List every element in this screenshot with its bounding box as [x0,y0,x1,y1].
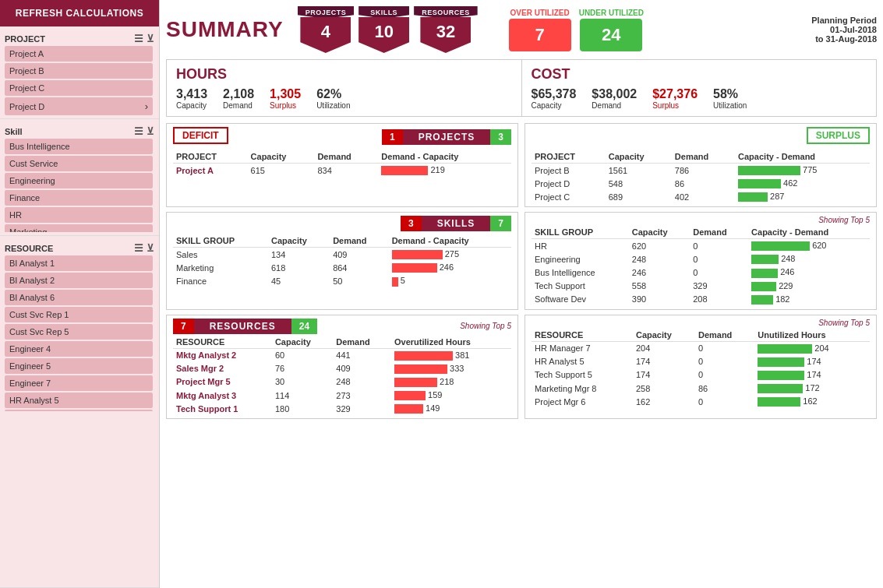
project-filter-icon[interactable]: ☰ [134,33,143,44]
resource-funnel-icon[interactable]: ⊻ [147,242,154,254]
project-funnel-icon[interactable]: ⊻ [147,33,154,44]
skill-demand: 0 [690,239,748,253]
skills-middle-badge: SKILLS [422,216,491,231]
hours-capacity-label: Capacity [176,101,207,110]
project-list: Project A Project B Project C Project D [5,46,154,115]
sidebar-item-engineer-5[interactable]: Engineer 5 [5,358,153,374]
sidebar-item-engineer-7[interactable]: Engineer 7 [5,375,153,391]
skill-capacity: 620 [629,239,690,253]
sidebar: REFRESH CALCULATIONS PROJECT ☰ ⊻ Project… [0,0,160,588]
resources-pentagon: RESOURCES 32 [414,6,478,53]
hours-utilization-value: 62% [316,87,341,101]
sidebar-item-hr[interactable]: HR [5,207,153,223]
col-capacity: Capacity [606,150,672,164]
resource-name[interactable]: Mktg Analyst 2 [173,348,272,362]
over-utilized-wrap: OVER UTILIZED 7 [509,9,571,51]
project-demand: 86 [672,177,735,190]
resource-demand: 329 [333,402,391,415]
skills-count-badges: 3 SKILLS 7 [173,216,511,231]
sidebar-item-bus-intelligence[interactable]: Bus Intelligence [5,139,153,154]
project-diff: 287 [735,190,870,203]
sidebar-item-project-b[interactable]: Project B [5,63,153,79]
skill-diff: 246 [748,266,870,279]
hours-surplus-value: 1,305 [270,87,301,101]
col-skill-group: SKILL GROUP [532,226,629,239]
sidebar-item-finance[interactable]: Finance [5,190,153,206]
refresh-button[interactable]: REFRESH CALCULATIONS [0,0,159,26]
project-capacity: 689 [606,190,672,203]
table-row: HR 620 0 620 [532,239,870,253]
skill-section: Skill ☰ ⊻ Bus Intelligence Cust Service … [0,119,159,236]
under-utilized-value: 24 [580,19,642,51]
table-row: Engineering 248 0 248 [532,252,870,266]
skill-capacity: 134 [268,248,330,262]
sidebar-item-engineer-4[interactable]: Engineer 4 [5,341,153,357]
table-row: Project Mgr 5 30 248 218 [173,375,511,389]
planning-period-to-label: to [815,34,823,44]
projects-pentagon-value: 4 [300,17,351,53]
over-utilized-label: OVER UTILIZED [510,9,570,17]
resource-name[interactable]: Sales Mgr 2 [173,362,272,375]
skill-diff: 248 [748,252,870,266]
deficit-label: DEFICIT [173,127,228,144]
skill-funnel-icon[interactable]: ⊻ [147,125,154,137]
resource-name[interactable]: Mktg Analyst 3 [173,389,272,402]
project-header-icons: ☰ ⊻ [134,33,154,44]
sidebar-item-cust-svc-rep-1[interactable]: Cust Svc Rep 1 [5,307,153,322]
over-utilized-value: 7 [509,19,571,51]
sidebar-item-project-a[interactable]: Project A [5,46,153,62]
table-row: Project A 615 834 219 [173,164,511,178]
resource-demand: 86 [695,382,754,395]
sidebar-item-bi-analyst-1[interactable]: BI Analyst 1 [5,255,153,271]
skill-name: HR [532,239,629,253]
resource-demand: 441 [333,348,391,362]
hours-surplus-label: Surplus [270,101,296,110]
sidebar-item-marketing[interactable]: Marketing [5,224,153,232]
project-demand: 402 [672,190,735,203]
sidebar-item-cust-svc-rep-5[interactable]: Cust Svc Rep 5 [5,324,153,340]
col-demand: Demand [330,234,389,248]
cost-surplus-label: Surplus [652,101,679,110]
sidebar-item-bi-analyst-2[interactable]: BI Analyst 2 [5,273,153,288]
planning-period: Planning Period 01-Jul-2018 to 31-Aug-20… [811,16,877,44]
sidebar-item-bi-analyst-6[interactable]: BI Analyst 6 [5,290,153,305]
skill-capacity: 246 [629,266,690,279]
project-capacity: 1561 [606,164,672,178]
sidebar-item-project-c[interactable]: Project C [5,80,153,96]
resource-name[interactable]: Tech Support 1 [173,402,272,415]
hours-demand: 2,108 Demand [223,87,254,110]
table-row: Marketing 618 864 246 [173,261,511,274]
col-diff: Demand - Capacity [378,150,511,164]
sidebar-item-cust-service[interactable]: Cust Service [5,156,153,171]
resource-filter-icon[interactable]: ☰ [134,242,143,254]
resource-capacity: 204 [633,341,695,355]
sidebar-item-engineering[interactable]: Engineering [5,173,153,188]
project-diff: 219 [378,164,511,178]
sidebar-item-project-d[interactable]: Project D [5,97,153,115]
skill-name: Sales [173,248,268,262]
surplus-resources-showing: Showing Top 5 [532,319,870,327]
skills-pentagon-label: SKILLS [358,6,409,19]
resource-header-icons: ☰ ⊻ [134,242,154,254]
resource-name: Project Mgr 6 [532,395,633,408]
col-capacity: Capacity [633,329,695,342]
project-name: Project D [532,177,606,190]
sidebar-item-hr-analyst-5[interactable]: HR Analyst 5 [5,393,153,408]
resources-pentagon-value: 32 [420,17,471,53]
sidebar-item-hr-manager-4[interactable]: HR Manager 4 [5,410,153,411]
skill-name: Engineering [532,252,629,266]
resource-capacity: 60 [272,348,333,362]
hours-utilization: 62% Utilization [316,87,350,110]
resource-name[interactable]: Project Mgr 5 [173,375,272,389]
resource-demand: 273 [333,389,391,402]
skill-diff: 246 [389,261,511,274]
col-capacity: Capacity [248,150,315,164]
project-name[interactable]: Project A [173,164,248,178]
resources-pentagon-label: RESOURCES [414,6,478,19]
cost-capacity-label: Capacity [532,101,562,110]
skill-demand: 50 [330,274,389,287]
hours-cost-row: HOURS 3,413 Capacity 2,108 Demand 1,305 … [166,59,877,117]
skill-filter-icon[interactable]: ☰ [134,125,143,137]
table-row: Mktg Analyst 2 60 441 381 [173,348,511,362]
skill-name: Software Dev [532,293,629,306]
